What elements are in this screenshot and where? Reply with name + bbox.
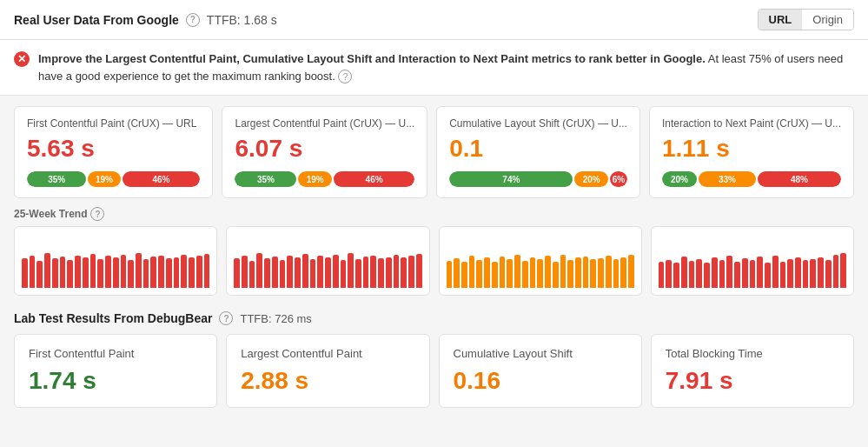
trend-bar bbox=[348, 253, 354, 288]
trend-info-icon[interactable]: ? bbox=[90, 207, 104, 221]
lab-title: Lab Test Results From DebugBear bbox=[14, 311, 212, 325]
trend-bar bbox=[461, 262, 467, 288]
trend-bar bbox=[545, 256, 551, 288]
trend-bar bbox=[613, 259, 620, 288]
trend-bar bbox=[22, 258, 28, 288]
trend-bar bbox=[105, 256, 111, 288]
trend-bar bbox=[673, 263, 679, 288]
trend-bar bbox=[500, 257, 506, 288]
crux-card-title: Interaction to Next Paint (CrUX) — U... bbox=[662, 117, 841, 130]
trend-bar bbox=[333, 255, 339, 288]
lab-cards-row: First Contentful Paint 1.74 s Largest Co… bbox=[0, 329, 868, 422]
trend-bar bbox=[143, 259, 149, 288]
trend-bar bbox=[666, 260, 672, 288]
trend-bar bbox=[287, 256, 293, 288]
lab-card-value: 0.16 bbox=[454, 367, 627, 395]
trend-bar bbox=[416, 254, 422, 288]
progress-segment: 33% bbox=[699, 171, 756, 187]
trend-bar bbox=[712, 257, 718, 288]
trend-bar bbox=[514, 255, 520, 288]
progress-segment: 6% bbox=[610, 171, 627, 187]
crux-card-3: Interaction to Next Paint (CrUX) — U... … bbox=[649, 106, 854, 198]
trend-bar bbox=[196, 256, 202, 288]
trend-bar bbox=[394, 255, 400, 288]
trend-bar bbox=[484, 257, 490, 288]
crux-card-0: First Contentful Paint (CrUX) — URL 5.63… bbox=[14, 106, 213, 198]
lab-card-1: Largest Contentful Paint 2.88 s bbox=[226, 334, 429, 408]
trend-bar bbox=[681, 257, 687, 288]
crux-card-value: 1.11 s bbox=[662, 135, 841, 163]
trend-bar bbox=[90, 254, 96, 288]
ttfb-display: TTFB: 1.68 s bbox=[207, 13, 277, 27]
trend-bar bbox=[295, 257, 301, 288]
lab-info-icon[interactable]: ? bbox=[219, 311, 233, 325]
trend-section: 25-Week Trend ? bbox=[0, 203, 868, 303]
lab-ttfb-display: TTFB: 726 ms bbox=[240, 312, 311, 325]
trend-bar bbox=[317, 256, 323, 288]
trend-bar bbox=[302, 254, 308, 288]
trend-bar bbox=[234, 258, 240, 288]
crux-card-2: Cumulative Layout Shift (CrUX) — U... 0.… bbox=[436, 106, 640, 198]
trend-bar bbox=[765, 263, 771, 288]
progress-segment: 19% bbox=[298, 171, 332, 187]
trend-bar bbox=[264, 258, 270, 288]
trend-bar bbox=[787, 259, 793, 288]
alert-text-main: Improve the Largest Contentful Paint, Cu… bbox=[38, 52, 706, 65]
trend-bar bbox=[825, 260, 832, 288]
trend-bar bbox=[795, 257, 801, 288]
trend-bar bbox=[52, 258, 58, 288]
trend-bar bbox=[44, 253, 50, 288]
crux-progress-bar: 74% 20% 6% bbox=[449, 171, 627, 187]
title-info-icon[interactable]: ? bbox=[186, 13, 200, 27]
trend-bar bbox=[780, 262, 786, 288]
trend-bar bbox=[734, 262, 740, 288]
trend-bar bbox=[689, 261, 695, 288]
url-origin-toggle[interactable]: URL Origin bbox=[758, 9, 854, 30]
alert-info-icon[interactable]: ? bbox=[338, 70, 352, 83]
lab-card-0: First Contentful Paint 1.74 s bbox=[14, 334, 217, 408]
crux-card-1: Largest Contentful Paint (CrUX) — U... 6… bbox=[222, 106, 427, 198]
trend-bar bbox=[249, 261, 255, 288]
progress-segment: 46% bbox=[123, 171, 201, 187]
progress-segment: 20% bbox=[574, 171, 607, 187]
trend-bar bbox=[620, 257, 626, 288]
trend-bar bbox=[567, 260, 573, 288]
trend-bar bbox=[704, 263, 710, 288]
progress-segment: 20% bbox=[662, 171, 697, 187]
progress-segment: 46% bbox=[334, 171, 414, 187]
trend-bar bbox=[136, 253, 142, 288]
trend-bar bbox=[818, 257, 824, 288]
trend-bar bbox=[530, 257, 536, 288]
trend-bar bbox=[341, 260, 347, 288]
crux-card-value: 0.1 bbox=[449, 135, 627, 163]
trend-bar bbox=[166, 258, 172, 288]
lab-card-title: Cumulative Layout Shift bbox=[454, 347, 627, 360]
url-button[interactable]: URL bbox=[759, 10, 803, 30]
trend-bar bbox=[810, 259, 816, 288]
trend-bar bbox=[355, 259, 361, 288]
crux-progress-bar: 20% 33% 48% bbox=[662, 171, 841, 187]
trend-bar bbox=[469, 256, 475, 288]
trend-bar bbox=[719, 260, 726, 288]
trend-bar bbox=[726, 256, 732, 288]
trend-bar bbox=[590, 259, 596, 288]
trend-bar bbox=[628, 255, 634, 288]
trend-chart-3 bbox=[651, 226, 854, 296]
lab-section-header: Lab Test Results From DebugBear ? TTFB: … bbox=[0, 303, 868, 329]
trend-label: 25-Week Trend ? bbox=[14, 207, 854, 221]
alert-text: Improve the Largest Contentful Paint, Cu… bbox=[38, 50, 854, 84]
trend-bar bbox=[401, 257, 407, 288]
lab-card-title: Total Blocking Time bbox=[666, 347, 839, 360]
crux-card-value: 6.07 s bbox=[235, 135, 414, 163]
lab-card-2: Cumulative Layout Shift 0.16 bbox=[439, 334, 642, 408]
trend-bar bbox=[772, 256, 779, 288]
trend-bar bbox=[696, 259, 702, 288]
crux-card-title: Largest Contentful Paint (CrUX) — U... bbox=[235, 117, 414, 130]
trend-bar bbox=[280, 260, 286, 288]
origin-button[interactable]: Origin bbox=[802, 10, 853, 30]
trend-bar bbox=[325, 257, 331, 288]
trend-bar bbox=[492, 262, 498, 288]
trend-bar bbox=[537, 259, 543, 288]
trend-bar bbox=[121, 255, 127, 288]
trend-bar bbox=[378, 258, 384, 288]
